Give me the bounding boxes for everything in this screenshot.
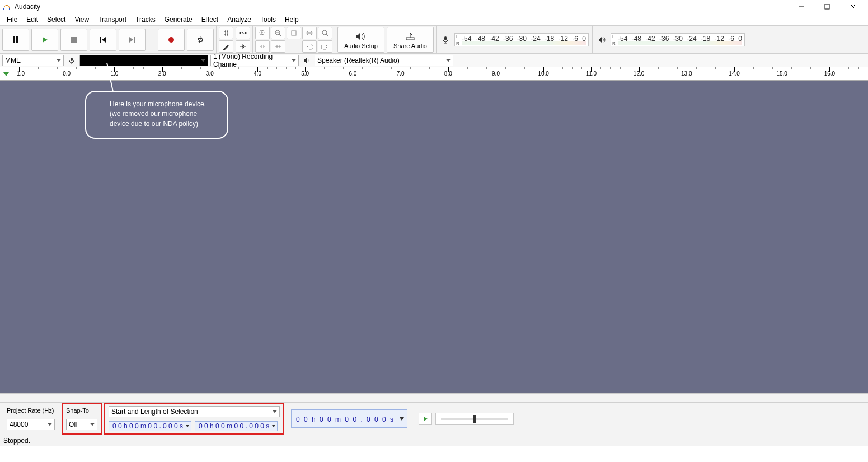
timeline-options-button[interactable]	[0, 67, 12, 80]
recording-channels-select[interactable]: 1 (Mono) Recording Channe	[210, 55, 299, 66]
recording-device-select[interactable]	[79, 55, 208, 66]
horizontal-scrollbar[interactable]	[0, 393, 868, 402]
playback-meter-group: LR -54-48-42-36-30-24-18-12-60	[593, 26, 748, 53]
svg-rect-13	[134, 37, 135, 43]
svg-rect-1	[9, 8, 10, 10]
selection-start-field[interactable]: 0 0 h 0 0 m 0 0 . 0 0 0 s	[109, 421, 191, 431]
project-rate-label: Project Rate (Hz)	[7, 407, 55, 414]
stop-button[interactable]	[60, 29, 87, 51]
menu-effect[interactable]: Effect	[197, 15, 223, 25]
share-audio-label: Share Audio	[393, 43, 427, 49]
menu-help[interactable]: Help	[280, 15, 303, 25]
recording-meter[interactable]: LR -54-48-42-36-30-24-18-12-60	[454, 33, 589, 46]
fit-project-button[interactable]	[302, 27, 317, 39]
skip-start-button[interactable]	[90, 29, 116, 51]
edit-toolbar	[253, 26, 335, 53]
menu-bar: File Edit Select View Transport Tracks G…	[0, 13, 868, 26]
menu-edit[interactable]: Edit	[22, 15, 43, 25]
svg-point-16	[245, 32, 247, 34]
svg-marker-12	[129, 37, 133, 43]
snap-to-select[interactable]: Off	[66, 419, 97, 430]
record-button[interactable]	[158, 29, 185, 51]
svg-marker-8	[43, 37, 48, 43]
playback-meter[interactable]: LR -54-48-42-36-30-24-18-12-60	[611, 33, 745, 46]
silence-button[interactable]	[271, 40, 285, 53]
title-bar: Audacity	[0, 0, 868, 13]
audio-setup-label: Audio Setup	[344, 43, 378, 49]
svg-rect-10	[100, 37, 101, 43]
envelope-tool[interactable]	[236, 27, 250, 39]
play-button[interactable]	[31, 29, 58, 51]
menu-transport[interactable]: Transport	[93, 15, 131, 25]
playback-speed-slider[interactable]	[435, 413, 514, 425]
selection-mode-select[interactable]: Start and Length of Selection	[109, 406, 280, 417]
zoom-out-button[interactable]	[271, 27, 285, 39]
annotation-callout: Here is your microphone device. (we remo…	[85, 91, 228, 139]
menu-select[interactable]: Select	[43, 15, 70, 25]
zoom-in-button[interactable]	[255, 27, 270, 39]
annotation-text-1: Here is your microphone device.	[110, 100, 216, 109]
loop-button[interactable]	[187, 29, 214, 51]
snap-to-cell: Snap-To Off	[62, 403, 102, 435]
svg-point-25	[322, 30, 327, 35]
speaker-icon	[596, 34, 607, 45]
app-logo	[2, 2, 11, 11]
menu-generate[interactable]: Generate	[160, 15, 197, 25]
project-rate-cell: Project Rate (Hz) 48000	[2, 403, 59, 435]
svg-line-22	[279, 34, 281, 36]
fit-selection-button[interactable]	[287, 27, 301, 39]
recording-meter-group: LR -54-48-42-36-30-24-18-12-60	[437, 26, 593, 53]
status-text: Stopped.	[3, 437, 30, 445]
track-area[interactable]: Here is your microphone device. (we remo…	[0, 81, 868, 393]
svg-rect-29	[71, 58, 73, 61]
menu-file[interactable]: File	[2, 15, 22, 25]
menu-view[interactable]: View	[70, 15, 93, 25]
selection-length-field[interactable]: 0 0 h 0 0 m 0 0 . 0 0 0 s	[195, 421, 278, 431]
svg-rect-7	[16, 36, 18, 43]
skip-end-button[interactable]	[119, 29, 146, 51]
speaker-icon	[301, 55, 312, 66]
audio-setup-button[interactable]: Audio Setup	[337, 27, 384, 53]
undo-button[interactable]	[302, 40, 317, 53]
toolbar-row: Audio Setup Share Audio LR -54-48-42-36-…	[0, 26, 868, 54]
audio-position-field[interactable]: 0 0 h 0 0 m 0 0 . 0 0 0 s	[291, 409, 407, 428]
audio-host-select[interactable]: MME	[2, 55, 64, 66]
trim-button[interactable]	[255, 40, 270, 53]
selection-tool[interactable]	[219, 27, 233, 39]
microphone-icon	[66, 55, 77, 66]
project-rate-select[interactable]: 48000	[7, 419, 55, 430]
timeline-ruler[interactable]: - 1.00.01.02.03.04.05.06.07.08.09.010.01…	[12, 67, 868, 80]
transport-toolbar	[0, 26, 217, 53]
timeline-ruler-row: - 1.00.01.02.03.04.05.06.07.08.09.010.01…	[0, 67, 868, 81]
share-audio-button[interactable]: Share Audio	[387, 27, 434, 53]
svg-rect-6	[13, 36, 15, 43]
microphone-icon	[440, 34, 451, 45]
svg-rect-28	[444, 36, 447, 40]
play-at-speed-button[interactable]	[419, 413, 432, 425]
menu-analyze[interactable]: Analyze	[223, 15, 256, 25]
svg-rect-27	[406, 38, 414, 40]
close-button[interactable]	[840, 0, 866, 13]
annotation-text-2: (we removed our microphone device due to…	[110, 109, 216, 129]
maximize-button[interactable]	[814, 0, 840, 13]
window-title: Audacity	[15, 3, 789, 11]
menu-tools[interactable]: Tools	[256, 15, 280, 25]
menu-tracks[interactable]: Tracks	[131, 15, 160, 25]
setup-share-toolbar: Audio Setup Share Audio	[335, 26, 437, 53]
pause-button[interactable]	[2, 29, 29, 51]
minimize-button[interactable]	[789, 0, 814, 13]
snap-to-label: Snap-To	[66, 407, 97, 414]
svg-marker-31	[424, 417, 428, 421]
svg-rect-24	[292, 31, 296, 35]
play-at-speed-cell	[414, 403, 518, 435]
multi-tool[interactable]	[236, 40, 250, 53]
selection-toolbar: Project Rate (Hz) 48000 Snap-To Off Star…	[0, 402, 868, 435]
draw-tool[interactable]	[219, 40, 233, 53]
svg-rect-0	[3, 8, 4, 10]
svg-point-15	[240, 32, 241, 34]
status-bar: Stopped.	[0, 435, 868, 446]
svg-line-26	[326, 34, 328, 36]
zoom-toggle-button[interactable]	[318, 27, 332, 39]
playback-device-select[interactable]: Speaker (Realtek(R) Audio)	[315, 55, 453, 66]
redo-button[interactable]	[318, 40, 332, 53]
